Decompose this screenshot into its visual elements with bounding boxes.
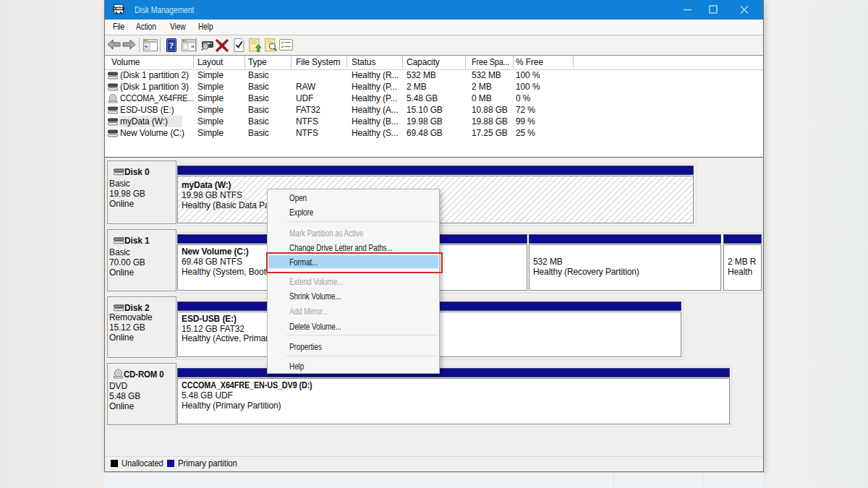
svg-text:?: ? xyxy=(169,40,174,51)
